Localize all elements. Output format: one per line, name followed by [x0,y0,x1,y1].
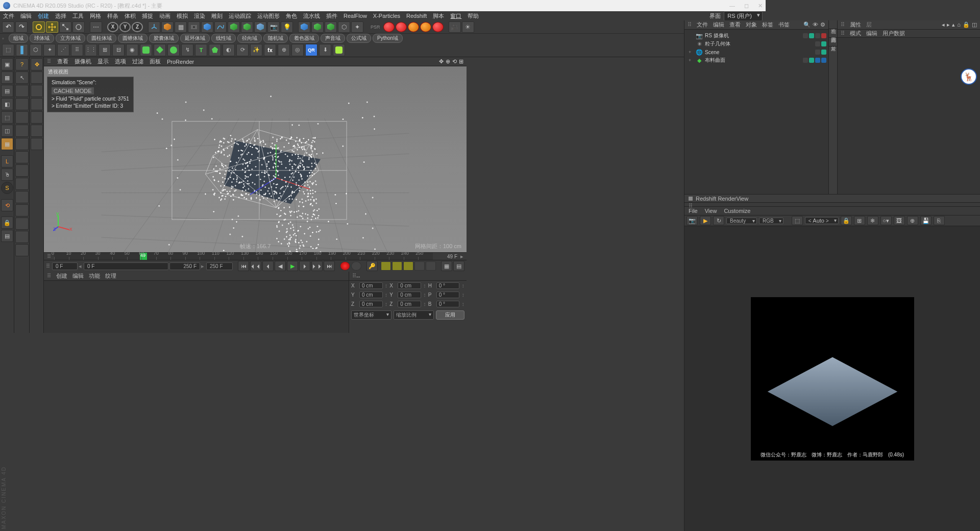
sec-3[interactable]: ⬡ [30,44,42,56]
menu-character[interactable]: 角色 [286,12,297,20]
sec-12[interactable] [154,44,166,56]
autokey[interactable] [351,261,361,271]
tp-3[interactable] [15,85,29,97]
key-rot[interactable] [403,261,413,271]
add-environment[interactable] [254,21,266,33]
rs-render-3[interactable] [408,22,419,32]
recent-tool[interactable]: ⋯ [90,21,102,33]
menu-window[interactable]: 窗口 [450,12,461,20]
sec-14[interactable]: ↯ [181,44,193,56]
tag-capsule[interactable]: 胶囊体域 [149,34,179,43]
edge-mode[interactable]: ◫ [1,125,13,137]
tag-torus[interactable]: 延环体域 [180,34,210,43]
vp-nav-3[interactable]: ⟲ [452,58,457,65]
coord-mode-dropdown[interactable]: 缩放比例 [394,310,434,320]
ep-5[interactable] [31,111,43,124]
sec-17[interactable]: ◐ [223,44,235,56]
key-param[interactable] [414,261,425,271]
render-view[interactable]: ▦ [175,21,187,33]
add-deformer[interactable] [241,21,253,33]
menu-tracker[interactable]: 运动跟踪 [229,12,251,20]
tree-cloth-surface[interactable]: +◆ 布料曲面 [687,56,766,64]
sec-2[interactable] [16,44,28,56]
rs-play-icon[interactable]: ▶ [700,216,711,225]
vp-camera[interactable]: 摄像机 [75,58,91,65]
play-back[interactable]: ◀ [275,261,286,271]
vp-nav-2[interactable]: ⊕ [446,58,450,65]
menu-mograph[interactable]: 运动图形 [257,12,280,20]
om-tags[interactable]: 标签 [762,21,766,29]
om-edit[interactable]: 编辑 [713,21,724,29]
tp-7[interactable] [15,138,29,150]
sec-qr[interactable]: QR [305,44,317,56]
keysel-icon[interactable]: 🔑 [366,261,378,271]
menu-sim[interactable]: 模拟 [177,12,188,20]
timeline-ruler[interactable]: ⠿ 49010203040506070809010011012013014015… [44,252,467,260]
xp-2[interactable] [311,21,324,33]
vp-view[interactable]: 查看 [57,58,68,65]
z-axis-lock[interactable]: Z [132,22,143,32]
rs-cam-icon[interactable]: 🎥 [449,21,461,33]
rs-view[interactable]: View [705,208,717,214]
menu-sculpt[interactable]: 雕刻 [211,12,223,20]
menu-help[interactable]: 帮助 [468,12,479,20]
tp-12[interactable] [15,204,29,216]
sec-9[interactable]: ⊟ [112,44,125,56]
tp-5[interactable] [15,111,29,124]
sec-1[interactable]: ⬚ [2,44,14,56]
tp-8[interactable] [15,151,29,163]
record-key[interactable] [340,261,350,271]
size-x[interactable]: 0 cm [398,282,421,289]
sec-25[interactable] [333,44,345,56]
vp-prorender[interactable]: ProRender [167,59,194,65]
rs-channel-dropdown[interactable]: RGB [759,218,766,224]
tag-sphere[interactable]: 球体域 [30,34,54,43]
menu-pipeline[interactable]: 流水线 [303,12,320,20]
lock-mode[interactable]: 🔒 [1,216,13,229]
tweak-mode[interactable]: 🖱 [1,168,13,181]
vp-panel[interactable]: 面板 [150,58,161,65]
vp-nav-4[interactable]: ⊞ [459,58,463,65]
pos-y[interactable]: 0 cm [359,292,383,298]
end-frame[interactable]: 250 F [206,262,233,270]
snap-toggle[interactable]: S [1,182,13,194]
tp-9[interactable] [15,164,29,177]
sec-20[interactable]: fx [264,44,276,56]
xp-3[interactable] [325,21,337,33]
tp-14[interactable] [15,231,29,243]
sec-5[interactable]: ⋰ [57,44,69,56]
range-start[interactable]: 0 F [84,262,168,270]
workplane-mode[interactable]: ◧ [1,98,13,110]
menu-spline[interactable]: 样条 [107,12,118,20]
tag-cube[interactable]: 立方体域 [56,34,85,43]
tp-10[interactable] [15,178,29,190]
make-editable[interactable]: ▣ [1,58,13,70]
sec-10[interactable]: ◉ [126,44,138,56]
select-tool[interactable] [33,21,45,33]
om-object[interactable]: 对象 [746,21,757,29]
tag-group[interactable]: 组域 [9,34,28,43]
point-mode[interactable]: ⬚ [1,111,13,124]
xp-1[interactable] [298,21,310,33]
ep-2[interactable] [31,71,43,84]
step-keyfwd[interactable]: ⏵⏵ [311,261,323,271]
menu-volume[interactable]: 体积 [125,12,136,20]
y-axis-lock[interactable]: Y [119,22,131,32]
viewport-canvas[interactable]: 透视视图 Simulation "Scene": CACHE MODE > Fl… [44,66,467,252]
maximize-button[interactable]: ◻ [744,3,749,9]
tag-random[interactable]: 随机域 [263,34,288,43]
rs-customize[interactable]: Customize [724,208,750,214]
ep-6[interactable] [31,125,43,137]
tp-11[interactable] [15,191,29,203]
layout-dropdown[interactable]: RS (用户) [724,11,763,21]
range-end[interactable]: 250 F [169,262,200,270]
vp-nav-1[interactable]: ✥ [439,58,444,65]
tag-linear[interactable]: 线性域 [211,34,236,43]
rotate-tool[interactable] [72,21,85,33]
mat-edit[interactable]: 编辑 [72,272,84,280]
key-pos[interactable] [381,261,391,271]
step-fwd[interactable]: ⏵ [299,261,310,271]
om-view[interactable]: 查看 [729,21,741,29]
mat-create[interactable]: 创建 [56,272,67,280]
menu-realflow[interactable]: RealFlow [344,13,367,19]
